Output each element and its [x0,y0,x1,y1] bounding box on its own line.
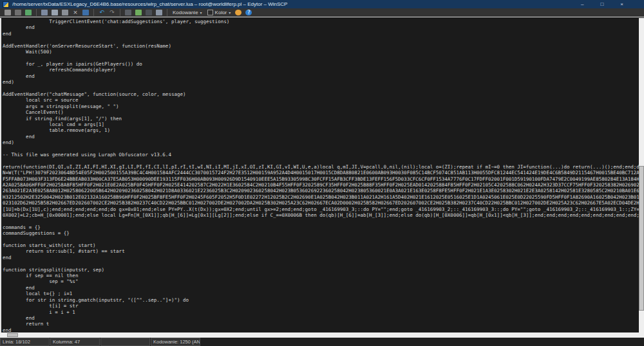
status-bar: Linia: 18/102Kolumna: 47Kodowanie: 1250 … [0,338,644,346]
status-column: Kolumna: 47 [50,338,100,346]
code-line: end) [3,140,639,145]
help-icon[interactable]: ? [244,9,253,17]
chevron-down-icon: ▾ [229,10,231,15]
find-icon[interactable] [124,9,133,17]
code-line: CancelEvent() [3,109,639,115]
encoding-dropdown[interactable]: Kodowanie▾ [173,10,202,15]
preferences-gear-icon[interactable] [234,9,243,17]
code-line: end [3,255,639,260]
toolbar: ×↶↷Kodowanie▾Kolor▾? [0,8,644,17]
code-line: local t={} ; i=1 [3,291,639,296]
code-line [3,37,639,42]
close-icon[interactable]: × [620,2,623,7]
code-line [3,158,639,163]
replace-icon [135,10,142,15]
minimize-icon[interactable]: – [581,2,583,7]
delete-icon[interactable]: × [71,9,80,17]
select-all-icon [82,10,89,15]
cut-icon[interactable] [40,9,49,17]
code-line: end) [3,79,639,85]
replace-icon[interactable] [134,9,143,17]
code-line: commandSuggestions = {} [3,230,639,236]
code-line: end [3,327,639,332]
code-line: end [3,134,639,140]
code-line: N=W(T("LPH!3079F2023064BD54E05F2H0025001… [3,170,639,176]
code-line: refreshCommands(player) [3,67,639,73]
code-line: local src = source [3,97,639,103]
winscp-logo-icon [3,1,9,8]
preferences-gear-icon [235,10,242,15]
toolbar-separator [36,9,37,16]
scrollbar-corner [639,332,644,338]
code-line: for _, player in ipairs(GetPlayers()) do [3,61,639,67]
toolbar-separator [120,9,120,16]
goto-line-icon [156,10,162,15]
code-line: -- This file was generated using Luraph … [3,152,639,158]
code-line: 023102D62H025B582H02667ED202607002CE2H02… [3,200,639,206]
redo-icon[interactable]: ↷ [108,9,117,17]
reload-icon[interactable] [24,9,33,17]
code-line: F5FFAB073H003F313FD6E24BBEAB033H00CA37E5… [3,176,639,182]
revert-icon [15,10,21,15]
code-line: args = stringsplit(message, " ") [3,104,639,109]
code-line [3,218,639,224]
color-checkbox-dropdown-label: Kolor [215,10,227,15]
code-line: function stringsplit(inputstr, sep) [3,267,639,273]
code-line: AddEventHandler('onServerResourceStart',… [3,43,639,49]
code-line: return t [3,321,639,327]
horizontal-scrollbar-thumb[interactable] [7,333,18,337]
find-next-icon[interactable] [144,9,153,17]
goto-line-icon[interactable] [155,9,164,17]
toolbar-separator [93,9,94,16]
code-line: AddEventHandler("chatMessage", function(… [3,91,639,97]
find-icon [125,10,131,15]
code-line: 0X002]=L2;cb=H_[0x00001];end;else local … [3,212,639,218]
code-line: end [3,315,639,321]
vertical-scrollbar[interactable] [639,18,644,332]
save-icon[interactable] [3,9,12,17]
title-bar: /home/server/txData/ESXLegacy_D6E4B6.bas… [0,0,644,8]
winscp-editor-window: /home/server/txData/ESXLegacy_D6E4B6.bas… [0,0,644,346]
code-line: sep = "%s" [3,278,639,284]
reload-icon [25,10,32,15]
toolbar-separator [167,9,167,16]
code-line: local cmd = args[1] [3,122,639,127]
window-title: /home/server/txData/ESXLegacy_D6E4B6.bas… [12,1,581,7]
chevron-down-icon: ▾ [200,10,202,15]
code-line: t[i] = str [3,303,639,309]
paste-icon[interactable] [61,9,70,17]
code-line: [1U]=b(Dx[1U],c);end;end;end;end;end;do … [3,206,639,212]
status-encoding: Kodowanie: 1250 (ANSI - Ś [151,338,200,346]
code-line: Wait(500) [3,49,639,55]
color-checkbox-dropdown[interactable]: Kolor▾ [207,10,231,15]
code-line: TriggerClientEvent('chat:addSuggestions'… [3,19,639,24]
undo-icon[interactable]: ↶ [97,9,106,17]
status-empty [100,338,150,346]
code-area: TriggerClientEvent('chat:addSuggestions'… [1,18,639,332]
maximize-icon[interactable]: □ [600,2,603,7]
vertical-scrollbar-thumb[interactable] [639,166,644,311]
window-controls: – □ × [581,2,623,7]
code-line: end [3,31,639,37]
code-line: H3212502H2E3250042H023B012E02132A160258B… [3,194,639,200]
color-checkbox-dropdown-checkbox[interactable] [207,10,213,15]
undo-icon: ↶ [99,10,105,15]
code-line [3,85,639,91]
editor[interactable]: TriggerClientEvent('chat:addSuggestions'… [0,18,639,332]
select-all-icon[interactable] [81,9,90,17]
code-line: table.remove(args, 1) [3,127,639,133]
horizontal-scrollbar[interactable] [0,332,639,338]
code-line: commands = {} [3,224,639,230]
revert-icon[interactable] [14,9,23,17]
help-icon: ? [245,10,252,15]
code-line [3,146,639,152]
code-line [3,237,639,242]
code-line: i = i + 1 [3,309,639,315]
delete-icon: × [72,10,79,15]
redo-icon: ↷ [109,10,115,15]
copy-icon[interactable] [50,9,59,17]
save-icon [5,10,11,15]
code-line: if sep == nil then [3,273,639,278]
cut-icon [41,10,48,15]
code-line: A2A0258A06HFF0F2H0258A8F85HFF0F2H021E0E2… [3,182,639,188]
